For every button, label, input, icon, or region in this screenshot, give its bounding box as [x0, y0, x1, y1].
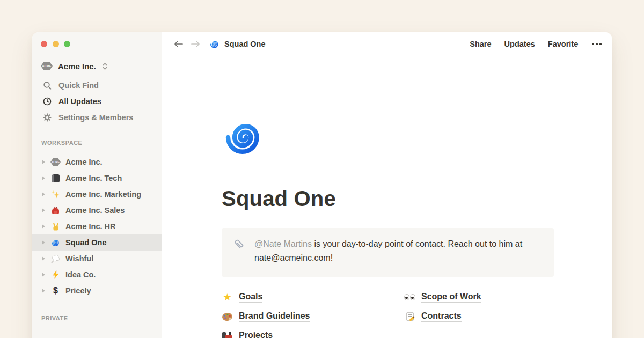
more-ellipsis-icon[interactable] — [591, 42, 603, 46]
link-label[interactable]: Contracts — [421, 311, 462, 322]
disclosure-triangle-icon[interactable] — [42, 176, 45, 180]
disclosure-triangle-icon[interactable] — [42, 160, 45, 164]
tree-item-label: Acme Inc. — [65, 158, 103, 166]
sidebar-item-all-updates[interactable]: All Updates — [32, 93, 162, 109]
tree-item-label: Idea Co. — [65, 270, 96, 279]
disclosure-triangle-icon[interactable] — [42, 289, 45, 293]
sidebar-item-pricely[interactable]: $ Pricely — [32, 283, 162, 299]
thought-cloud-icon — [51, 254, 60, 263]
gear-icon — [43, 113, 52, 122]
sidebar: ACME Acme Inc. Quick Find — [32, 32, 162, 338]
topbar: Squad One Share Updates Favorite — [162, 32, 612, 56]
tree-item-label: Acme Inc. HR — [65, 222, 115, 231]
blue-spiral-icon — [209, 39, 219, 49]
sidebar-item-wishful[interactable]: Wishful — [32, 251, 162, 267]
acme-badge-icon: ACME — [41, 62, 53, 70]
sidebar-item-acme-hr[interactable]: Acme Inc. HR — [32, 218, 162, 234]
page-title[interactable]: Squad One — [222, 186, 336, 211]
all-updates-label: All Updates — [58, 97, 101, 106]
window-controls — [41, 41, 70, 47]
tree-item-label: Acme Inc. Tech — [65, 174, 122, 182]
callout-block[interactable]: @Nate Martins is your day-to-day point o… — [222, 228, 554, 277]
zoom-window-icon[interactable] — [64, 41, 70, 47]
chevron-up-down-icon — [101, 62, 108, 70]
quick-find-label: Quick Find — [58, 81, 99, 90]
sidebar-item-squad-one[interactable]: Squad One — [32, 234, 162, 251]
tree-item-label: Pricely — [65, 286, 91, 295]
link-projects[interactable]: Projects — [222, 326, 404, 338]
workspace-switcher[interactable]: ACME Acme Inc. — [41, 58, 153, 74]
sidebar-item-settings-members[interactable]: Settings & Members — [32, 109, 162, 126]
favorite-button[interactable]: Favorite — [548, 40, 578, 48]
palette-icon — [222, 312, 233, 321]
sidebar-item-quick-find[interactable]: Quick Find — [32, 77, 162, 93]
notion-window: ACME Acme Inc. Quick Find — [32, 32, 612, 338]
disclosure-triangle-icon[interactable] — [42, 224, 45, 229]
sidebar-item-acme-sales[interactable]: Acme Inc. Sales — [32, 202, 162, 218]
workspace-section-label: WORKSPACE — [41, 139, 82, 146]
backpack-icon — [52, 207, 59, 214]
settings-members-label: Settings & Members — [58, 113, 133, 122]
link-scope-of-work[interactable]: Scope of Work — [404, 288, 587, 307]
dollar-icon: $ — [53, 286, 58, 296]
minimize-window-icon[interactable] — [53, 41, 59, 47]
tree-item-label: Acme Inc. Sales — [65, 206, 125, 215]
blue-spiral-icon — [51, 238, 60, 247]
disclosure-triangle-icon[interactable] — [42, 208, 45, 212]
disclosure-triangle-icon[interactable] — [42, 273, 45, 277]
screenshot-stage: ACME Acme Inc. Quick Find — [0, 0, 644, 338]
memo-icon — [406, 312, 414, 321]
search-icon — [43, 81, 52, 90]
breadcrumb-title[interactable]: Squad One — [224, 40, 266, 48]
disclosure-triangle-icon[interactable] — [42, 256, 45, 261]
page-icon-blue-spiral[interactable] — [222, 116, 265, 159]
clock-icon — [43, 97, 52, 106]
back-arrow-icon[interactable] — [173, 39, 184, 49]
link-brand-guidelines[interactable]: Brand Guidelines — [222, 307, 404, 326]
lightning-icon — [52, 270, 60, 279]
updates-button[interactable]: Updates — [504, 40, 535, 48]
workspace-name: Acme Inc. — [58, 62, 96, 71]
link-label[interactable]: Scope of Work — [421, 292, 481, 303]
locomotive-icon — [222, 332, 232, 338]
sparkles-icon — [51, 190, 60, 199]
eyes-icon — [404, 294, 415, 301]
acme-badge-icon: ACME — [50, 158, 61, 166]
page-links-grid: ★ Goals Brand Guidelines — [222, 288, 587, 338]
sidebar-item-acme-marketing[interactable]: Acme Inc. Marketing — [32, 186, 162, 202]
sidebar-item-idea-co[interactable]: Idea Co. — [32, 267, 162, 283]
link-goals[interactable]: ★ Goals — [222, 288, 404, 307]
callout-text: @Nate Martins is your day-to-day point o… — [254, 237, 535, 268]
sidebar-item-acme-tech[interactable]: Acme Inc. Tech — [32, 170, 162, 186]
sidebar-item-acme-inc[interactable]: ACME Acme Inc. — [32, 154, 162, 170]
mention-nate-martins[interactable]: @Nate Martins — [254, 239, 312, 248]
disclosure-triangle-icon[interactable] — [42, 192, 45, 196]
tree-item-label: Wishful — [65, 254, 93, 263]
notebook-icon — [52, 174, 60, 182]
close-window-icon[interactable] — [41, 41, 47, 47]
private-section-label: PRIVATE — [41, 315, 68, 321]
paperclip-icon — [232, 237, 246, 268]
link-label[interactable]: Goals — [239, 292, 262, 303]
topbar-actions: Share Updates Favorite — [470, 40, 603, 48]
tree-item-label: Squad One — [65, 238, 107, 247]
link-contracts[interactable]: Contracts — [404, 307, 587, 326]
link-label[interactable]: Projects — [239, 330, 273, 338]
tree-item-label: Acme Inc. Marketing — [65, 190, 141, 199]
share-button[interactable]: Share — [470, 40, 491, 48]
main-content: Squad One Share Updates Favorite Squad O… — [162, 32, 612, 338]
star-icon: ★ — [223, 292, 231, 302]
breadcrumb: Squad One — [173, 39, 266, 49]
disclosure-triangle-icon[interactable] — [42, 240, 45, 245]
victory-hand-icon — [52, 222, 60, 231]
link-label[interactable]: Brand Guidelines — [239, 311, 310, 322]
forward-arrow-icon[interactable] — [190, 39, 201, 49]
